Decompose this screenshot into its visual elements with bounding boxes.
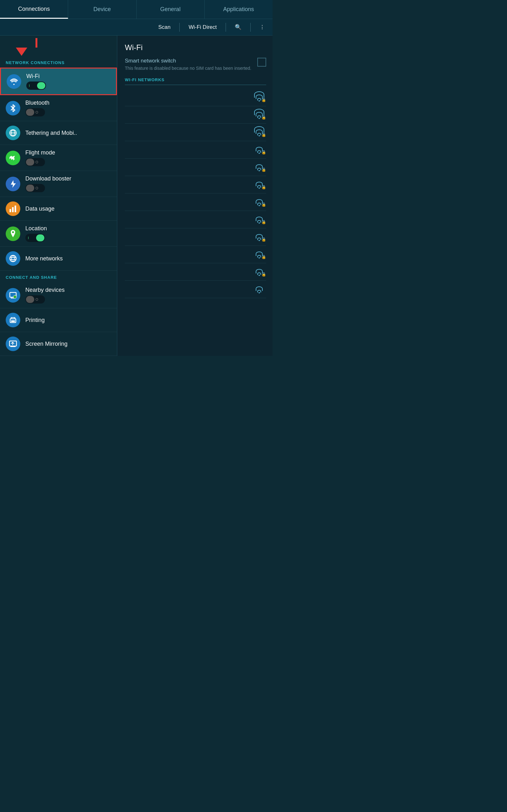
- download-toggle-knob: [26, 185, 34, 192]
- data-usage-text-block: Data usage: [25, 206, 55, 212]
- wifi-network-item-3[interactable]: 🔒: [125, 124, 266, 141]
- flight-label: Flight mode: [25, 149, 55, 156]
- svg-point-4: [12, 231, 14, 233]
- wifi-signal-icon-5: 🔒: [253, 163, 265, 171]
- print-icon: [6, 313, 20, 327]
- printing-text-block: Printing: [25, 317, 45, 323]
- sidebar-item-mirroring[interactable]: Screen Mirroring: [0, 332, 117, 356]
- search-icon[interactable]: 🔍: [232, 22, 244, 32]
- download-icon: [6, 177, 20, 191]
- location-toggle-knob: [36, 235, 44, 241]
- top-tab-bar: Connections Device General Applications: [0, 0, 273, 19]
- tab-applications[interactable]: Applications: [205, 0, 273, 19]
- mirroring-text-block: Screen Mirroring: [25, 341, 67, 347]
- data-usage-label: Data usage: [25, 206, 55, 212]
- content-area: Wi-Fi Smart network switch This feature …: [117, 36, 273, 356]
- flight-toggle[interactable]: O: [25, 158, 45, 166]
- sidebar: NETWORK CONNECTIONS Wi-Fi I: [0, 36, 117, 356]
- wifi-signal-icon-4: 🔒: [253, 146, 265, 154]
- wifi-network-item-7[interactable]: 🔒: [125, 194, 266, 211]
- wifi-network-item-4[interactable]: 🔒: [125, 141, 266, 159]
- svg-point-10: [15, 320, 16, 321]
- mirror-icon: [6, 337, 20, 351]
- printing-label: Printing: [25, 317, 45, 323]
- sidebar-item-tethering[interactable]: Tethering and Mobi..: [0, 121, 117, 145]
- wifi-toggle[interactable]: I: [26, 82, 46, 90]
- nearby-text-block: Nearby devices O: [25, 287, 65, 304]
- location-icon: [6, 226, 20, 241]
- wifi-signal-icon-3: 🔒: [253, 128, 265, 136]
- sidebar-item-wifi[interactable]: Wi-Fi I: [0, 67, 117, 95]
- wifi-network-item-12[interactable]: [125, 281, 266, 298]
- wifi-signal-icon-2: 🔒: [253, 111, 265, 119]
- location-text-block: Location I: [25, 225, 47, 242]
- wifi-network-item-8[interactable]: 🔒: [125, 211, 266, 229]
- more-networks-label: More networks: [25, 255, 63, 262]
- nearby-toggle-knob: [26, 296, 34, 303]
- wifi-network-item-1[interactable]: 🔒: [125, 89, 266, 106]
- wifi-signal-icon-9: 🔒: [253, 233, 265, 241]
- smart-switch-sub: This feature is disabled because no SIM …: [125, 65, 253, 72]
- location-toggle[interactable]: I: [25, 234, 45, 242]
- wifi-networks-label: WI-FI NETWORKS: [125, 78, 266, 85]
- download-text-block: Download booster O: [25, 175, 71, 192]
- bluetooth-toggle-knob: [26, 109, 34, 116]
- mirroring-label: Screen Mirroring: [25, 341, 67, 347]
- sidebar-item-download[interactable]: Download booster O: [0, 171, 117, 197]
- more-networks-text-block: More networks: [25, 255, 63, 262]
- nearby-label: Nearby devices: [25, 287, 65, 293]
- sidebar-item-data-usage[interactable]: Data usage: [0, 197, 117, 221]
- wifi-signal-icon-6: 🔒: [253, 181, 265, 189]
- wifi-signal-icon-8: 🔒: [253, 215, 265, 223]
- scan-button[interactable]: Scan: [156, 23, 173, 32]
- nearby-toggle[interactable]: O: [25, 295, 45, 304]
- svg-point-7: [13, 295, 16, 299]
- wifi-signal-icon-11: 🔒: [253, 268, 265, 276]
- svg-rect-9: [11, 320, 15, 322]
- sidebar-item-more-networks[interactable]: More networks: [0, 247, 117, 270]
- download-label: Download booster: [25, 175, 71, 182]
- sidebar-item-location[interactable]: Location I: [0, 221, 117, 247]
- sidebar-item-flight[interactable]: Flight mode O: [0, 145, 117, 171]
- wifi-signal-icon-7: 🔒: [253, 198, 265, 206]
- flight-icon: [6, 151, 20, 165]
- sidebar-item-bluetooth[interactable]: Bluetooth O: [0, 95, 117, 121]
- sidebar-item-nearby[interactable]: Nearby devices O: [0, 282, 117, 308]
- wifi-network-item-5[interactable]: 🔒: [125, 159, 266, 176]
- tethering-icon: [6, 125, 20, 140]
- divider2: [226, 23, 226, 32]
- tab-device[interactable]: Device: [68, 0, 136, 19]
- wifi-network-item-11[interactable]: 🔒: [125, 263, 266, 281]
- arrow-annotation: [0, 36, 117, 56]
- tab-general[interactable]: General: [136, 0, 205, 19]
- wifi-network-item-10[interactable]: 🔒: [125, 246, 266, 263]
- section-connect-share: CONNECT AND SHARE: [0, 270, 117, 282]
- location-label: Location: [25, 225, 47, 232]
- wifi-signal-icon-1: 🔒: [253, 93, 265, 101]
- divider: [179, 23, 180, 32]
- bluetooth-text-block: Bluetooth O: [25, 100, 49, 116]
- bluetooth-label: Bluetooth: [25, 100, 49, 106]
- sidebar-item-printing[interactable]: Printing: [0, 308, 117, 332]
- flight-text-block: Flight mode O: [25, 149, 55, 166]
- tethering-text-block: Tethering and Mobi..: [25, 130, 77, 136]
- wifi-label: Wi-Fi: [26, 73, 46, 80]
- download-toggle[interactable]: O: [25, 184, 45, 192]
- tab-connections[interactable]: Connections: [0, 0, 68, 19]
- smart-switch-row: Smart network switch This feature is dis…: [125, 58, 266, 72]
- more-icon[interactable]: ⋮: [257, 22, 268, 32]
- wifi-icon: [7, 74, 21, 89]
- svg-rect-1: [9, 209, 11, 212]
- wifi-network-item-6[interactable]: 🔒: [125, 176, 266, 194]
- nearby-icon: [6, 288, 20, 303]
- section-network-connections: NETWORK CONNECTIONS: [0, 56, 117, 67]
- bluetooth-toggle[interactable]: O: [25, 108, 45, 116]
- more-networks-icon: [6, 251, 20, 266]
- smart-switch-checkbox[interactable]: [257, 58, 266, 67]
- wifi-network-item-9[interactable]: 🔒: [125, 229, 266, 246]
- tethering-label: Tethering and Mobi..: [25, 130, 77, 136]
- wifi-network-item-2[interactable]: 🔒: [125, 106, 266, 124]
- svg-point-5: [10, 255, 16, 262]
- wifi-direct-button[interactable]: Wi-Fi Direct: [186, 23, 219, 32]
- flight-toggle-knob: [26, 159, 34, 165]
